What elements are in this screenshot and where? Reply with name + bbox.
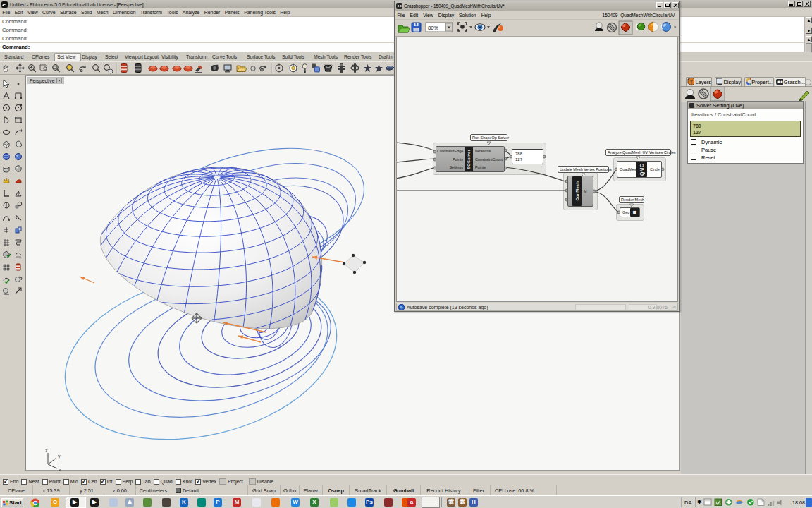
svg-text:80%: 80% [428, 25, 438, 31]
svg-text:x: x [59, 468, 61, 471]
svg-text:y: y [58, 454, 61, 459]
svg-text:z: z [45, 448, 48, 453]
